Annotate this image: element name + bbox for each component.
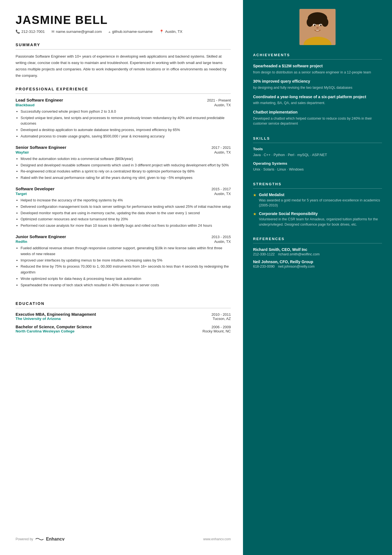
achievement-desc: by designing and fully revising the two …: [253, 85, 382, 90]
achievement-entry: Spearheaded a $12M software project from…: [253, 63, 382, 75]
education-title: EDUCATION: [16, 301, 231, 306]
exp-company: Target: [16, 192, 27, 196]
reference-entry: Neil Johnson, CFO, Reilly Group 618-233-…: [253, 260, 382, 268]
exp-bullets: Moved the automation solution into a com…: [16, 156, 231, 181]
achievement-desc: from design to distribution as a senior …: [253, 70, 382, 75]
location-text: Austin, TX: [165, 29, 182, 34]
edu-entry: Bachelor of Science, Computer Science 20…: [16, 325, 231, 333]
exp-company-row: Redfin Austin, TX: [16, 240, 231, 244]
reference-name: Neil Johnson, CFO, Reilly Group: [253, 260, 382, 264]
github-icon: ⟁: [108, 29, 111, 34]
phone-text: 212-312-7001: [21, 29, 45, 34]
exp-bullet: Improved user interfaces by updating men…: [21, 258, 231, 263]
edu-dates: 2010 - 2011: [212, 312, 231, 317]
reference-email: neil.johnson@reilly.com: [278, 265, 314, 268]
exp-company-row: Target Austin, TX: [16, 192, 231, 196]
skills-category-title: Tools: [253, 147, 382, 151]
achievement-entry: Chatbot implementation Developed a chatb…: [253, 110, 382, 126]
education-divider: [16, 308, 231, 308]
edu-school-row: North Carolina Wesleyan College Rocky Mo…: [16, 329, 231, 333]
edu-header: Executive MBA, Engineering Management 20…: [16, 312, 231, 317]
reference-email: richard.smith@wolfinc.com: [278, 252, 320, 256]
edu-school: North Carolina Wesleyan College: [16, 329, 75, 333]
exp-bullet: Automated process to create usage graphs…: [21, 134, 231, 139]
education-section: EDUCATION Executive MBA, Engineering Man…: [16, 301, 231, 337]
experience-section: PROFESSIONAL EXPERIENCE Lead Software En…: [16, 87, 231, 294]
achievement-entry: 30% improved query efficiency by designi…: [253, 79, 382, 90]
github-contact: ⟁ github.io/name-surname: [108, 29, 153, 34]
reference-phone: 618-233-0090: [253, 265, 275, 268]
experience-divider: [16, 93, 231, 94]
exp-bullet: Delivered configuration management tools…: [21, 204, 231, 210]
experience-entries: Lead Software Engineer 2021 - Present Bl…: [16, 98, 231, 288]
exp-dates: 2017 - 2021: [212, 145, 231, 150]
exp-location: Austin, TX: [214, 192, 231, 196]
references-title: REFERENCES: [253, 237, 382, 241]
exp-company: Wayfair: [16, 150, 29, 154]
summary-text: Passionate Software Engineer with 10+ ye…: [16, 53, 231, 79]
exp-bullet: Optimized customer resources and reduce …: [21, 216, 231, 222]
exp-bullet: Wrote optimized scripts for data-heavy &…: [21, 276, 231, 282]
skills-category-title: Operating Systems: [253, 161, 382, 166]
left-footer: Powered by Enhancv www.enhancv.com: [16, 530, 231, 542]
skills-list: Unix · Solaris · Linux · Windows: [253, 167, 382, 172]
exp-bullet: Helped to increase the accuracy of the r…: [21, 198, 231, 203]
edu-degree: Executive MBA, Engineering Management: [16, 312, 96, 317]
exp-title: Lead Software Engineer: [16, 98, 63, 102]
skills-title: SKILLS: [253, 136, 382, 140]
summary-divider: [16, 49, 231, 50]
exp-header: Senior Software Engineer 2017 - 2021: [16, 145, 231, 150]
strengths-divider: [253, 188, 382, 189]
github-text: github.io/name-surname: [112, 29, 153, 34]
strength-entry: ★ Corporate Social Responsibility Volunt…: [253, 211, 382, 227]
edu-location: Rocky Mount, NC: [202, 329, 231, 333]
svg-point-15: [316, 27, 319, 29]
exp-bullet: Successfully converted whole project fro…: [21, 109, 231, 115]
phone-contact: 📞 212-312-7001: [16, 29, 45, 34]
achievement-title: Spearheaded a $12M software project: [253, 63, 382, 69]
exp-company-row: Blackbaud Austin, TX: [16, 103, 231, 107]
enhancv-logo-icon: [35, 537, 44, 541]
skills-section: SKILLS Tools Java · C++ · Python · Perl …: [243, 136, 392, 176]
exp-company: Blackbaud: [16, 103, 34, 107]
exp-bullet: Rated with the best annual performance r…: [21, 175, 231, 181]
powered-by: Powered by Enhancv: [16, 537, 64, 542]
exp-title: Junior Software Engineer: [16, 234, 66, 239]
svg-point-12: [320, 24, 322, 26]
achievement-desc: Developed a chatbot which helped custome…: [253, 116, 382, 127]
exp-company: Redfin: [16, 240, 27, 244]
references-section: REFERENCES Richard Smith, CEO, Wolf Inc …: [243, 237, 392, 272]
exp-dates: 2015 - 2017: [212, 187, 231, 191]
strength-content: Corporate Social Responsibility Voluntee…: [259, 211, 382, 227]
exp-entry: Software Developer 2015 - 2017 Target Au…: [16, 186, 231, 229]
exp-location: Austin, TX: [214, 150, 231, 154]
skills-category: Tools Java · C++ · Python · Perl · mySQL…: [253, 147, 382, 158]
reference-entries: Richard Smith, CEO, Wolf Inc 212-330-112…: [253, 247, 382, 268]
strength-title: Corporate Social Responsibility: [259, 211, 382, 216]
strength-desc: Was awarded a gold medal for 5 years of …: [259, 198, 382, 208]
email-contact: ✉ name.surname@gmail.com: [51, 29, 102, 34]
strengths-section: STRENGTHS ★ Gold Medalist Was awarded a …: [243, 182, 392, 231]
phone-icon: 📞: [16, 29, 20, 34]
exp-bullet: Performed root cause analysis for more t…: [21, 223, 231, 229]
achievements-divider: [253, 59, 382, 60]
reference-contact-row: 212-330-1122 richard.smith@wolfinc.com: [253, 252, 382, 256]
photo-face-svg: [299, 9, 336, 45]
exp-header: Lead Software Engineer 2021 - Present: [16, 98, 231, 102]
edu-school-row: The University of Arizona Tucson, AZ: [16, 317, 231, 321]
strength-desc: Volunteered in the CSR team for Amadeus,…: [259, 217, 382, 227]
svg-point-8: [318, 14, 326, 19]
reference-name: Richard Smith, CEO, Wolf Inc: [253, 247, 382, 252]
exp-location: Austin, TX: [214, 240, 231, 244]
exp-title: Software Developer: [16, 186, 54, 191]
strength-content: Gold Medalist Was awarded a gold medal f…: [259, 193, 382, 208]
left-column: JASMINE BELL 📞 212-312-7001 ✉ name.surna…: [0, 0, 243, 555]
achievement-entries: Spearheaded a $12M software project from…: [253, 63, 382, 126]
email-icon: ✉: [51, 29, 54, 34]
exp-bullet: Designed and developed reusable software…: [21, 162, 231, 168]
edu-school: The University of Arizona: [16, 317, 61, 321]
edu-entry: Executive MBA, Engineering Management 20…: [16, 312, 231, 321]
svg-point-14: [321, 25, 321, 25]
candidate-photo: [299, 9, 336, 45]
achievement-desc: with marketing, BA, QA, and sales depart…: [253, 100, 382, 106]
